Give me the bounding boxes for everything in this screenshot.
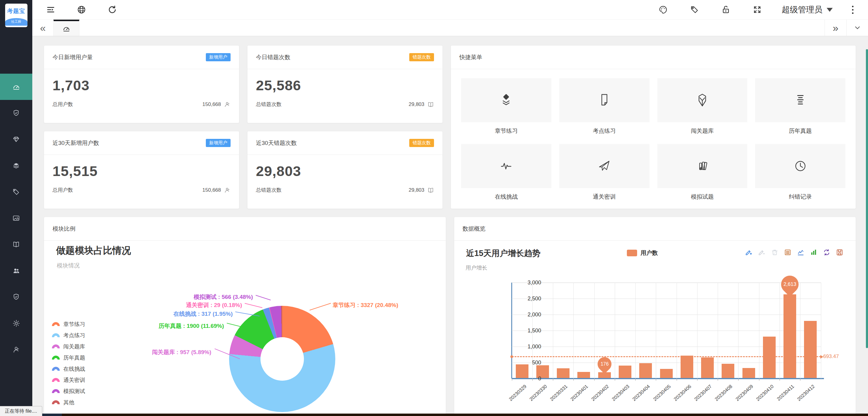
quick-item-chapter-practice[interactable]: 章节练习 xyxy=(461,78,551,135)
bar-20230401[interactable] xyxy=(577,372,590,378)
bar-20230407[interactable] xyxy=(701,357,714,378)
restore-icon[interactable] xyxy=(823,248,831,256)
pie-chart-subtitle: 模块情况 xyxy=(57,262,80,270)
bar-20230408[interactable] xyxy=(722,364,734,378)
quick-item-online-challenge[interactable]: 在线挑战 xyxy=(461,144,551,201)
pie-legend-item[interactable]: 闯关题库 xyxy=(52,341,85,352)
pie-legend-item[interactable]: 通关密训 xyxy=(52,374,85,386)
edit-remove-icon[interactable] xyxy=(758,248,766,256)
sidebar-item-exams[interactable] xyxy=(0,100,32,126)
sidebar-item-tags[interactable] xyxy=(0,179,32,205)
quick-item-past-papers[interactable]: 历年真题 xyxy=(755,78,845,135)
bar-20230403[interactable] xyxy=(619,365,631,378)
dashboard-icon xyxy=(12,83,20,91)
legend-swatch xyxy=(52,322,60,326)
stat-card-today-users: 今日新增用户量 新增用户 1,703 总用户数 150,668 xyxy=(44,45,239,123)
status-badge: 新增用户 xyxy=(206,139,230,147)
page-scrollbar[interactable] xyxy=(866,49,868,348)
gem-icon xyxy=(12,136,20,143)
menu-fold-icon[interactable] xyxy=(44,3,58,17)
sidebar-item-users[interactable] xyxy=(0,258,32,284)
quick-item-keypoint-practice[interactable]: 考点练习 xyxy=(559,78,650,135)
quick-item-label: 纠错记录 xyxy=(755,193,845,201)
pie-legend-item[interactable]: 在线挑战 xyxy=(52,363,85,374)
sidebar-item-settings[interactable] xyxy=(0,310,32,336)
tab-dashboard[interactable] xyxy=(54,20,80,36)
quick-item-mock-exams[interactable]: 模拟试题 xyxy=(657,144,748,201)
bar-20230412[interactable] xyxy=(804,321,817,378)
stat-footer-value: 29,803 xyxy=(409,187,424,193)
bottom-window-edge xyxy=(0,414,868,416)
pie-legend: 章节练习考点练习闯关题库历年真题在线挑战通关密训模拟测试其他 xyxy=(52,319,85,408)
status-badge: 错题次数 xyxy=(409,53,434,61)
chevron-down-icon xyxy=(827,8,833,12)
average-markline: 693.47 xyxy=(512,356,821,357)
pie-legend-item[interactable]: 历年真题 xyxy=(52,352,85,363)
palette-icon[interactable] xyxy=(656,3,670,17)
stat-footer-label: 总错题次数 xyxy=(256,101,282,108)
sidebar-item-audit[interactable] xyxy=(0,284,32,310)
bar-20230405[interactable] xyxy=(660,369,673,378)
tabs-scroll-left-icon[interactable]: « xyxy=(32,20,54,36)
tag-icon[interactable] xyxy=(687,3,702,17)
save-image-icon[interactable] xyxy=(836,248,843,256)
bar-20230409[interactable] xyxy=(742,368,755,378)
stat-footer-value: 150,668 xyxy=(203,187,221,193)
legend-swatch xyxy=(52,333,60,337)
pie-callout-label: 章节练习 : 3327 (20.48%) xyxy=(333,301,398,309)
pie-legend-item[interactable]: 章节练习 xyxy=(52,319,85,330)
pie-callout-label: 通关密训 : 29 (0.18%) xyxy=(186,301,242,309)
bar-chart-icon[interactable] xyxy=(810,248,817,256)
sidebar-item-banners[interactable] xyxy=(0,205,32,231)
quick-item-label: 通关密训 xyxy=(559,193,650,201)
tabs-scroll-right-icon[interactable]: » xyxy=(825,20,846,36)
person-icon xyxy=(224,101,230,108)
pulse-icon xyxy=(499,159,514,173)
main-area: 超级管理员 « » 今日新增用户量 新增用户 xyxy=(32,0,868,416)
app-logo[interactable]: 考题宝 社工师 xyxy=(5,4,28,27)
status-badge: 错题次数 xyxy=(409,139,434,147)
bar-20230411[interactable] xyxy=(783,294,796,378)
refresh-icon[interactable] xyxy=(105,3,119,17)
pie-callout-label: 模拟测试 : 566 (3.48%) xyxy=(194,293,253,301)
quick-item-challenge-bank[interactable]: 闯关题库 xyxy=(657,78,748,135)
bar-20230331[interactable] xyxy=(557,368,569,378)
pie-legend-item[interactable]: 模拟测试 xyxy=(52,386,85,397)
y-tick-label: 2,500 xyxy=(528,296,541,302)
donut-chart[interactable] xyxy=(229,306,335,412)
line-chart-icon[interactable] xyxy=(797,248,805,256)
clear-icon[interactable] xyxy=(771,248,779,256)
data-view-icon[interactable] xyxy=(784,248,792,256)
legend-label: 用户数 xyxy=(641,249,658,257)
topbar-left xyxy=(44,3,119,17)
edit-add-icon[interactable] xyxy=(745,248,753,256)
bar-20230404[interactable] xyxy=(639,363,652,378)
quick-item-error-log[interactable]: 纠错记录 xyxy=(755,144,845,201)
admin-label: 超级管理员 xyxy=(782,4,823,15)
topbar-right: 超级管理员 xyxy=(656,3,855,17)
tabbar: « » xyxy=(32,20,868,36)
dashboard-tab-icon xyxy=(62,25,70,33)
sidebar-item-vip[interactable] xyxy=(0,126,32,152)
more-menu-icon[interactable] xyxy=(850,4,855,16)
bar-20230406[interactable] xyxy=(681,356,693,378)
sidebar-item-dashboard[interactable] xyxy=(0,74,32,100)
markline-label: 693.47 xyxy=(823,354,839,360)
quick-item-secret-training[interactable]: 通关密训 xyxy=(559,144,650,201)
bar-20230329[interactable] xyxy=(516,364,528,378)
lines-icon xyxy=(793,93,808,108)
max-min-marker: 2,613 xyxy=(777,272,802,297)
pie-legend-item[interactable]: 考点练习 xyxy=(52,330,85,341)
sidebar-item-chapters[interactable] xyxy=(0,152,32,179)
bar-legend-users[interactable]: 用户数 xyxy=(627,249,658,257)
stat-value: 29,803 xyxy=(247,155,442,179)
globe-icon[interactable] xyxy=(74,3,88,17)
sidebar-item-account[interactable] xyxy=(0,336,32,362)
unlock-icon[interactable] xyxy=(719,3,733,17)
pie-legend-item[interactable]: 其他 xyxy=(52,397,85,408)
fullscreen-icon[interactable] xyxy=(750,3,764,17)
sidebar-item-library[interactable] xyxy=(0,231,32,258)
tabs-menu-icon[interactable] xyxy=(846,20,868,36)
stat-footer-label: 总错题次数 xyxy=(256,186,282,194)
admin-dropdown[interactable]: 超级管理员 xyxy=(782,4,833,15)
